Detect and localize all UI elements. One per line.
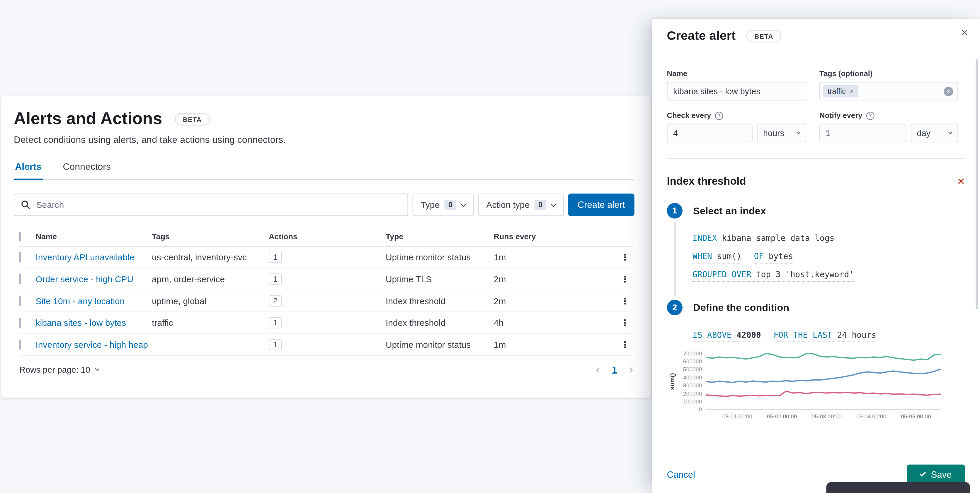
col-tags: Tags: [152, 232, 269, 246]
notify-every-value-input[interactable]: [819, 124, 906, 142]
step-2-body: IS ABOVE 42000FOR THE LAST 24 hours sum(…: [692, 315, 965, 449]
action-type-filter-label: Action type: [486, 200, 530, 209]
check-icon: [920, 470, 926, 476]
cancel-button[interactable]: Cancel: [667, 469, 695, 479]
row-checkbox[interactable]: [19, 252, 21, 262]
flyout-scrollbar[interactable]: [975, 59, 978, 309]
col-runs-every: Runs every: [494, 232, 617, 246]
search-box[interactable]: [14, 193, 408, 216]
row-checkbox[interactable]: [19, 318, 21, 328]
row-checkbox[interactable]: [19, 339, 21, 350]
select-all-cell: [19, 232, 35, 246]
alert-name-link[interactable]: Inventory API unavailable: [36, 252, 135, 262]
step-1-header: 1 Select an index: [667, 203, 965, 219]
index-expression[interactable]: INDEX kibana_sample_data_logs: [692, 234, 834, 246]
svg-text:500000: 500000: [683, 366, 702, 373]
alert-name-link[interactable]: Order service - high CPU: [36, 274, 134, 284]
alert-type: Index threshold: [386, 318, 494, 328]
col-type: Type: [386, 232, 494, 246]
alert-runs-every: 1m: [494, 252, 617, 262]
create-alert-button[interactable]: Create alert: [568, 193, 635, 216]
previous-page-icon[interactable]: ‹: [596, 364, 600, 375]
svg-text:200000: 200000: [683, 390, 702, 397]
table-row: Order service - high CPU apm, order-serv…: [19, 268, 633, 290]
step-2-header: 2 Define the condition: [667, 300, 965, 315]
kebab-menu-icon[interactable]: ⋮: [617, 318, 633, 328]
tags-field-group: Tags (optional) traffic ✕ ✕: [819, 70, 958, 101]
flyout-title: Create alert: [667, 29, 736, 43]
action-type-filter-button[interactable]: Action type 0: [478, 193, 564, 216]
info-icon[interactable]: ?: [866, 111, 874, 120]
search-input[interactable]: [37, 200, 401, 209]
col-name: Name: [36, 232, 152, 246]
tab-alerts[interactable]: Alerts: [14, 156, 43, 180]
kebab-menu-icon[interactable]: ⋮: [617, 252, 633, 262]
actions-count-badge: 1: [269, 252, 282, 263]
page-number[interactable]: 1: [612, 365, 617, 374]
beta-badge: BETA: [175, 113, 210, 125]
notify-every-label: Notify every: [819, 111, 862, 120]
svg-text:600000: 600000: [683, 358, 702, 365]
step-1-body: INDEX kibana_sample_data_logs WHEN sum()…: [692, 219, 965, 300]
check-every-group: Check every ? hours: [667, 111, 807, 143]
time-window-expression[interactable]: FOR THE LAST 24 hours: [773, 330, 876, 342]
name-field[interactable]: [667, 82, 807, 100]
name-field-group: Name: [667, 70, 807, 101]
tag-pill-label: traffic: [827, 87, 846, 95]
tab-connectors[interactable]: Connectors: [62, 156, 112, 179]
alert-runs-every: 2m: [494, 274, 617, 284]
alert-type: Uptime monitor status: [386, 339, 494, 350]
save-button-label: Save: [931, 469, 952, 479]
row-checkbox[interactable]: [19, 274, 21, 284]
flyout-header: Create alert BETA: [667, 29, 965, 43]
threshold-preview-chart: sum()70000060000050000040000030000020000…: [667, 351, 961, 426]
info-icon[interactable]: ?: [715, 111, 723, 120]
of-expression[interactable]: OF bytes: [754, 252, 793, 263]
table-row: Site 10m - any location uptime, global 2…: [19, 290, 633, 312]
alert-name-link[interactable]: kibana sites - low bytes: [36, 318, 126, 328]
table-header-row: Name Tags Actions Type Runs every: [19, 232, 633, 246]
step-number-badge: 2: [667, 300, 682, 315]
svg-text:400000: 400000: [683, 374, 702, 380]
svg-text:100000: 100000: [683, 398, 702, 404]
table-row: Inventory service - high heap 1 Uptime m…: [19, 334, 633, 356]
notify-every-unit-select[interactable]: day: [910, 124, 958, 142]
check-every-unit-select[interactable]: hours: [757, 124, 806, 142]
alert-name-link[interactable]: Site 10m - any location: [36, 296, 125, 306]
notify-every-unit-value: day: [917, 128, 931, 138]
type-filter-button[interactable]: Type 0: [413, 193, 474, 216]
alert-type: Index threshold: [386, 296, 494, 306]
next-page-icon[interactable]: ›: [630, 364, 633, 375]
chevron-down-icon: [550, 201, 557, 207]
rows-per-page-button[interactable]: Rows per page: 10: [19, 365, 99, 374]
row-checkbox[interactable]: [19, 296, 21, 306]
save-button[interactable]: Save: [907, 464, 965, 484]
page-subtitle: Detect conditions using alerts, and take…: [14, 135, 635, 145]
alert-runs-every: 4h: [494, 318, 617, 328]
grouped-over-expression[interactable]: GROUPED OVER top 3 'host.keyword': [692, 269, 854, 282]
alerts-table: Name Tags Actions Type Runs every Invent…: [19, 232, 633, 356]
notification-toast-partial: [826, 482, 970, 493]
page-header: Alerts and Actions BETA: [14, 109, 635, 128]
remove-alert-type-icon[interactable]: ✕: [957, 176, 965, 187]
when-expression[interactable]: WHEN sum(): [692, 252, 741, 263]
actions-count-badge: 1: [269, 273, 282, 285]
threshold-expression[interactable]: IS ABOVE 42000: [692, 330, 761, 342]
svg-text:sum(): sum(): [669, 373, 676, 390]
chevron-down-icon: [796, 129, 801, 134]
close-icon[interactable]: ✕: [961, 27, 968, 38]
tags-combobox[interactable]: traffic ✕ ✕: [819, 82, 958, 100]
kebab-menu-icon[interactable]: ⋮: [617, 296, 633, 306]
svg-text:700000: 700000: [683, 351, 702, 357]
remove-tag-icon[interactable]: ✕: [850, 88, 854, 94]
check-every-unit-value: hours: [763, 128, 784, 138]
alert-name-link[interactable]: Inventory service - high heap: [36, 339, 148, 350]
select-all-checkbox[interactable]: [19, 231, 21, 241]
kebab-menu-icon[interactable]: ⋮: [617, 339, 633, 350]
table-row: Inventory API unavailable us-central, in…: [19, 246, 633, 268]
check-every-value-input[interactable]: [667, 124, 752, 142]
kebab-menu-icon[interactable]: ⋮: [617, 274, 633, 284]
svg-text:05-04 00:00: 05-04 00:00: [856, 414, 886, 420]
alerts-toolbar: Type 0 Action type 0 Create alert: [14, 193, 635, 216]
clear-tags-icon[interactable]: ✕: [943, 87, 953, 96]
